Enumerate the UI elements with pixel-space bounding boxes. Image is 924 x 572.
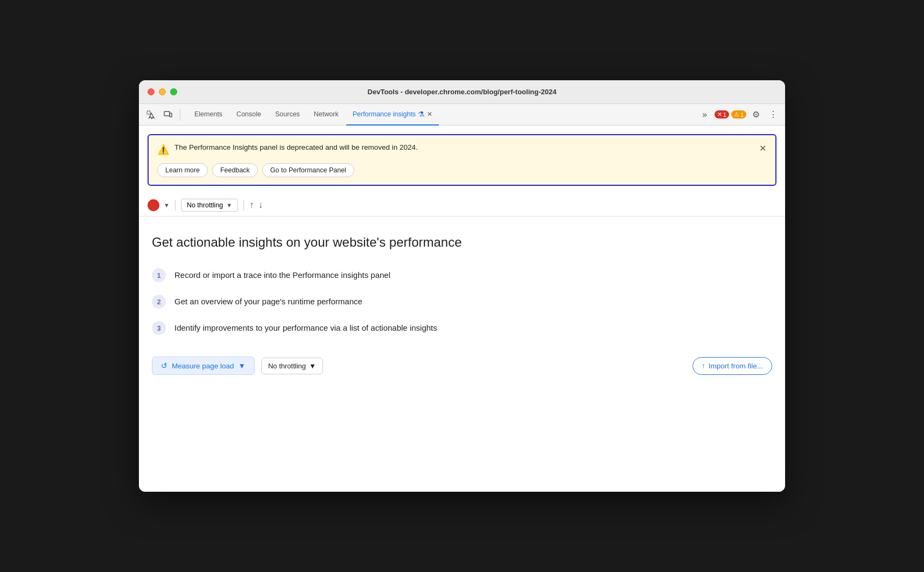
throttle-select[interactable]: No throttling ▼ <box>181 199 238 212</box>
devtools-window: DevTools - developer.chrome.com/blog/per… <box>139 80 785 492</box>
maximize-window-button[interactable] <box>170 88 177 95</box>
download-icon[interactable]: ↓ <box>258 200 263 211</box>
measure-page-load-button[interactable]: ↺ Measure page load ▼ <box>152 357 255 375</box>
more-tabs-icon[interactable]: » <box>697 107 712 122</box>
feedback-button[interactable]: Feedback <box>212 163 258 177</box>
devtools-body: ⚠️ The Performance Insights panel is dep… <box>139 125 785 492</box>
step-item-1: 1 Record or import a trace into the Perf… <box>152 268 772 282</box>
bottom-actions: ↺ Measure page load ▼ No throttling ▼ ↑ … <box>152 357 772 375</box>
tab-elements[interactable]: Elements <box>188 104 229 125</box>
devtools-toolbar: Elements Console Sources Network Perform… <box>139 104 785 125</box>
banner-buttons: Learn more Feedback Go to Performance Pa… <box>157 163 767 177</box>
tab-sources[interactable]: Sources <box>269 104 306 125</box>
error-badge[interactable]: ✕ 1 <box>715 110 729 118</box>
record-dropdown-arrow[interactable]: ▼ <box>164 202 170 208</box>
deprecation-banner: ⚠️ The Performance Insights panel is dep… <box>148 134 776 186</box>
tab-console[interactable]: Console <box>230 104 268 125</box>
warning-icon: ⚠ <box>734 111 739 118</box>
tab-network[interactable]: Network <box>307 104 345 125</box>
import-btn-label: Import from file... <box>709 362 763 370</box>
inspect-element-icon[interactable] <box>143 107 158 122</box>
traffic-lights <box>148 88 177 95</box>
recording-toolbar: ▼ No throttling ▼ ↑ ↓ <box>139 194 785 217</box>
recording-divider-2 <box>243 200 244 211</box>
toolbar-divider <box>180 109 180 121</box>
tab-close-icon[interactable]: ✕ <box>427 110 432 118</box>
step-item-2: 2 Get an overview of your page's runtime… <box>152 294 772 309</box>
record-button[interactable] <box>148 199 159 211</box>
svg-rect-2 <box>170 113 172 117</box>
tab-performance-insights[interactable]: Performance insights ⚗ ✕ <box>346 104 439 125</box>
throttle-bottom-select[interactable]: No throttling ▼ <box>261 358 323 374</box>
main-heading: Get actionable insights on your website'… <box>152 234 772 250</box>
step-text-3: Identify improvements to your performanc… <box>174 320 437 334</box>
step-text-2: Get an overview of your page's runtime p… <box>174 294 362 308</box>
titlebar: DevTools - developer.chrome.com/blog/per… <box>139 80 785 104</box>
banner-close-button[interactable]: ✕ <box>756 142 769 155</box>
warning-count: 1 <box>740 111 744 118</box>
banner-message: ⚠️ The Performance Insights panel is dep… <box>157 143 767 157</box>
go-to-performance-panel-button[interactable]: Go to Performance Panel <box>262 163 354 177</box>
recording-divider <box>175 200 176 211</box>
minimize-window-button[interactable] <box>159 88 166 95</box>
device-toggle-icon[interactable] <box>160 107 176 122</box>
customize-icon[interactable]: ⋮ <box>766 107 781 122</box>
throttle-bottom-arrow: ▼ <box>309 362 316 370</box>
upload-icon[interactable]: ↑ <box>249 200 254 211</box>
error-icon: ✕ <box>717 111 722 118</box>
toolbar-icons <box>143 107 183 122</box>
close-window-button[interactable] <box>148 88 155 95</box>
learn-more-button[interactable]: Learn more <box>157 163 208 177</box>
step-number-3: 3 <box>152 321 166 335</box>
step-text-1: Record or import a trace into the Perfor… <box>174 268 390 282</box>
steps-list: 1 Record or import a trace into the Perf… <box>152 268 772 335</box>
toolbar-right: » ✕ 1 ⚠ 1 ⚙ ⋮ <box>697 107 781 122</box>
step-number-2: 2 <box>152 295 166 309</box>
performance-insights-icon: ⚗ <box>418 110 425 118</box>
svg-rect-1 <box>164 111 170 116</box>
main-content: Get actionable insights on your website'… <box>139 217 785 492</box>
import-icon: ↑ <box>702 362 705 370</box>
throttle-bottom-label: No throttling <box>268 362 306 370</box>
settings-icon[interactable]: ⚙ <box>748 107 764 122</box>
refresh-icon: ↺ <box>161 361 167 370</box>
banner-text: The Performance Insights panel is deprec… <box>174 143 418 153</box>
step-number-1: 1 <box>152 268 166 282</box>
error-count: 1 <box>723 111 726 118</box>
throttle-dropdown-arrow: ▼ <box>226 202 232 208</box>
warning-badge[interactable]: ⚠ 1 <box>731 110 746 118</box>
banner-warning-icon: ⚠️ <box>157 143 169 157</box>
step-item-3: 3 Identify improvements to your performa… <box>152 320 772 335</box>
window-title: DevTools - developer.chrome.com/blog/per… <box>368 88 557 96</box>
svg-rect-0 <box>147 111 150 114</box>
throttle-label: No throttling <box>187 201 223 209</box>
measure-btn-label: Measure page load <box>172 362 234 370</box>
measure-dropdown-arrow[interactable]: ▼ <box>239 362 246 370</box>
import-from-file-button[interactable]: ↑ Import from file... <box>692 357 772 375</box>
